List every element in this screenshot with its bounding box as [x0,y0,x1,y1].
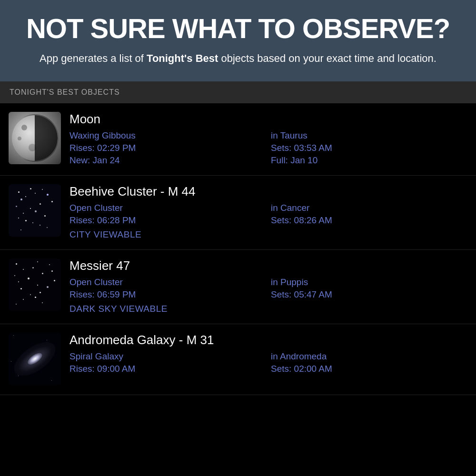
moon-thumbnail [9,112,61,164]
viewable-badge: DARK SKY VIEWABLE [69,304,467,314]
subtitle-end: objects based on your exact time and loc… [218,52,436,64]
object-name: Andromeda Galaxy - M 31 [69,333,467,347]
list-item[interactable]: Andromeda Galaxy - M 31 Spiral Galaxy in… [0,324,476,395]
section-label: TONIGHT'S BEST OBJECTS [0,81,476,103]
page-title: NOT SURE WHAT TO OBSERVE? [14,13,462,44]
object-sets: Sets: 08:26 AM [271,215,467,226]
object-rises: Rises: 06:59 PM [69,289,266,300]
object-sets: Sets: 05:47 AM [271,289,467,300]
object-location: in Cancer [271,203,467,213]
object-full: Full: Jan 10 [271,155,467,166]
m47-thumbnail [9,258,61,311]
andromeda-thumbnail [9,333,61,385]
object-type: Spiral Galaxy [69,351,266,362]
object-sets: Sets: 03:53 AM [271,143,467,153]
object-rises: Rises: 09:00 AM [69,364,266,374]
object-name: Messier 47 [69,258,467,273]
object-details: Open Cluster in Puppis Rises: 06:59 PM S… [69,277,467,314]
object-name: Beehive Cluster - M 44 [69,184,467,199]
list-item[interactable]: Moon Waxing Gibbous in Taurus Rises: 02:… [0,103,476,176]
object-rises: Rises: 02:29 PM [69,143,266,153]
list-item[interactable]: Messier 47 Open Cluster in Puppis Rises:… [0,250,476,324]
object-type: Waxing Gibbous [69,130,266,141]
subtitle-bold: Tonight's Best [147,52,218,64]
object-sets: Sets: 02:00 AM [271,364,467,374]
subtitle-plain: App generates a list of [40,52,147,64]
header-section: NOT SURE WHAT TO OBSERVE? App generates … [0,0,476,81]
andromeda-info: Andromeda Galaxy - M 31 Spiral Galaxy in… [69,333,467,374]
object-details: Waxing Gibbous in Taurus Rises: 02:29 PM… [69,130,467,166]
moon-info: Moon Waxing Gibbous in Taurus Rises: 02:… [69,112,467,166]
object-location: in Puppis [271,277,467,288]
object-rises: Rises: 06:28 PM [69,215,266,226]
object-details: Spiral Galaxy in Andromeda Rises: 09:00 … [69,351,467,374]
object-list: Moon Waxing Gibbous in Taurus Rises: 02:… [0,103,476,395]
object-name: Moon [69,112,467,127]
beehive-info: Beehive Cluster - M 44 Open Cluster in C… [69,184,467,240]
viewable-badge: CITY VIEWABLE [69,229,467,240]
header-subtitle: App generates a list of Tonight's Best o… [14,50,462,66]
list-item[interactable]: Beehive Cluster - M 44 Open Cluster in C… [0,176,476,250]
object-type: Open Cluster [69,203,266,213]
object-new: New: Jan 24 [69,155,266,166]
object-location: in Andromeda [271,351,467,362]
object-location: in Taurus [271,130,467,141]
beehive-thumbnail [9,184,61,237]
m47-info: Messier 47 Open Cluster in Puppis Rises:… [69,258,467,314]
object-type: Open Cluster [69,277,266,288]
object-details: Open Cluster in Cancer Rises: 06:28 PM S… [69,203,467,240]
